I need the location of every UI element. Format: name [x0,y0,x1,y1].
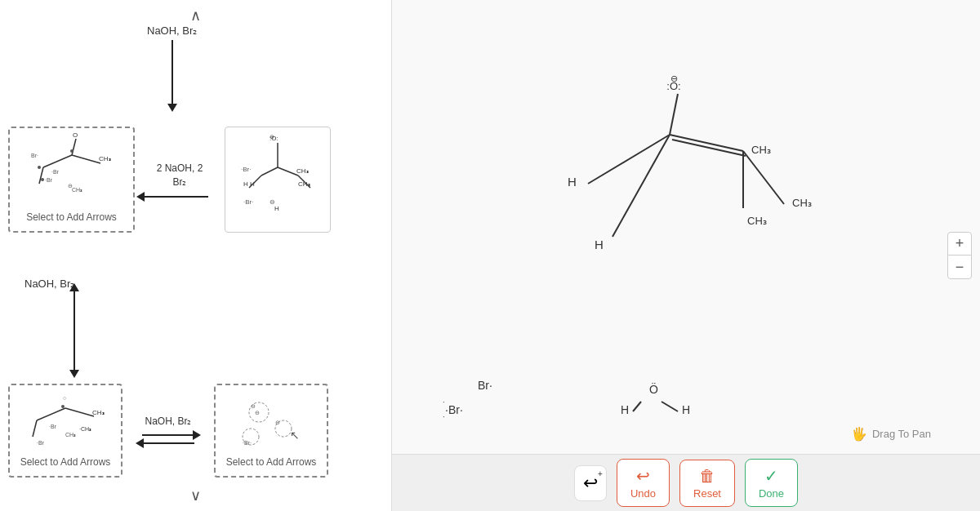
zoom-in-button[interactable]: + [948,233,971,256]
svg-text:⊖: ⊖ [270,134,274,140]
svg-line-29 [65,408,94,416]
svg-point-7 [41,178,44,181]
arrow-left-2 [142,442,194,444]
zoom-controls: + − [947,232,972,279]
svg-line-68 [662,402,678,411]
svg-text:CH₃: CH₃ [751,144,771,156]
bottom-left-molecule-box[interactable]: CH₃ ·Br ·Br ○ CH₃ ·CH₃ Select to Add Arr… [8,384,122,478]
svg-text:↖: ↖ [290,429,300,442]
middle-reaction-label: 2 NaOH, 2 Br₂ [157,162,203,189]
svg-text:·CH₃: ·CH₃ [79,426,91,432]
undo-icon: ↩ [636,466,650,486]
middle-reaction-section: CH₃ O Br· ·Br ·Br ⊖ CH₃ Select to Add Ar… [8,127,383,233]
main-molecule: :O: ⊖ H CH₃ CH₃ CH₃ H [490,65,915,327]
bottom-right-molecule-box[interactable]: ⊖ ⊖ ⊖ ↖ ·Br· Select to Add Arrows [214,384,328,478]
svg-point-6 [38,166,41,169]
bottom-right-molecule-drawing: ⊖ ⊖ ⊖ ↖ ·Br· [216,392,327,453]
svg-point-34 [61,405,65,408]
svg-line-51 [670,135,743,151]
svg-text:O: O [73,131,78,139]
svg-text:H: H [568,175,577,189]
svg-line-52 [672,140,746,156]
svg-text:○: ○ [63,395,66,401]
right-molecule-box: :O: ⊖ CH₃ ·Br· H H CH₃ ·Br· ⊖ H [225,127,331,233]
left-molecule-drawing: CH₃ O Br· ·Br ·Br ⊖ CH₃ [10,135,133,200]
svg-line-48 [670,94,678,135]
scroll-up-button[interactable]: ∧ [190,7,201,24]
bottom-reaction-section: CH₃ ·Br ·Br ○ CH₃ ·CH₃ Select to Add Arr… [8,384,383,478]
svg-text:⊖: ⊖ [251,403,256,409]
bottom-double-arrow: NaOH, Br₂ [127,415,209,447]
svg-text:H H: H H [243,180,255,188]
bottom-reaction-label: NaOH, Br₂ [145,415,191,429]
svg-text:⊖: ⊖ [670,73,678,83]
svg-text:⊖: ⊖ [255,410,260,415]
select-arrows-label-1: Select to Add Arrows [26,211,117,224]
svg-text:·: · [443,398,445,407]
svg-line-54 [743,151,784,204]
svg-text:CH₃: CH₃ [72,187,82,193]
left-molecule-box[interactable]: CH₃ O Br· ·Br ·Br ⊖ CH₃ Select to Add Ar… [8,127,135,233]
svg-line-30 [33,420,37,437]
pan-icon: 🖐 [851,426,867,442]
svg-text:·Br: ·Br [37,440,45,446]
svg-text:·Br: ·Br [49,424,57,429]
svg-text:·Br·: ·Br· [241,166,251,173]
top-reaction-label: NaOH, Br₂ [147,24,197,37]
svg-point-8 [70,149,74,153]
undo-arrow-button[interactable]: ↩ + [574,465,607,501]
select-arrows-label-3: Select to Add Arrows [226,456,317,469]
svg-text:Br·: Br· [478,379,492,392]
svg-text:CH₃: CH₃ [65,432,76,438]
svg-text:·Br·: ·Br· [243,440,252,446]
svg-text:·Br·: ·Br· [445,403,463,416]
down-arrow [172,40,173,105]
left-arrow-container: 2 NaOH, 2 Br₂ [143,162,216,198]
vertical-double-arrow-section: NaOH, Br₂ [24,278,87,371]
select-arrows-label-2: Select to Add Arrows [20,456,111,469]
svg-text:Br·: Br· [31,153,38,158]
check-icon: ✓ [764,466,778,486]
svg-text:·Br: ·Br [51,169,60,175]
br2-molecule: Br· ·Br· · · [441,369,539,438]
svg-line-58 [612,135,670,237]
undo-arrow-icon: ↩ [583,473,598,493]
svg-line-3 [39,167,43,184]
svg-text:CH₃: CH₃ [792,197,812,209]
svg-text:⊖: ⊖ [275,420,280,425]
svg-text:CH₃: CH₃ [747,215,767,227]
drag-to-pan-label: 🖐 Drag To Pan [851,426,931,442]
svg-line-2 [72,139,76,155]
scroll-down-button[interactable]: ∨ [190,487,201,504]
reset-button[interactable]: 🗑 Reset [679,460,735,507]
done-button[interactable]: ✓ Done [745,459,798,507]
svg-text:CH₃: CH₃ [298,180,310,188]
undo-button[interactable]: ↩ Undo [617,459,670,507]
zoom-out-button[interactable]: − [948,256,971,278]
svg-line-28 [37,408,65,420]
svg-line-67 [633,402,641,411]
h2o-molecule: Ö H H [604,369,710,438]
top-reaction-step: NaOH, Br₂ [147,24,197,105]
vertical-double-arrow [74,290,75,371]
plus-badge: + [598,469,603,478]
svg-text:CH₃: CH₃ [92,409,105,416]
svg-text:·Br·: ·Br· [243,198,253,206]
bottom-toolbar: ↩ + ↩ Undo 🗑 Reset ✓ Done [392,454,980,511]
double-arrow-lines [136,432,201,447]
left-panel: ∧ NaOH, Br₂ CH₃ O [0,0,392,511]
svg-line-49 [588,135,670,184]
svg-text:H: H [682,403,690,416]
svg-text:Ö: Ö [649,382,658,396]
svg-line-0 [43,155,72,167]
svg-line-1 [72,155,100,163]
done-label: Done [759,487,784,500]
left-arrow [143,196,208,198]
undo-label: Undo [630,487,656,500]
svg-text:H: H [621,403,629,416]
arrow-right [142,434,194,436]
svg-text:·: · [443,412,445,421]
svg-text:CH₃: CH₃ [296,167,309,175]
svg-line-18 [261,167,278,176]
trash-icon: 🗑 [699,467,715,486]
